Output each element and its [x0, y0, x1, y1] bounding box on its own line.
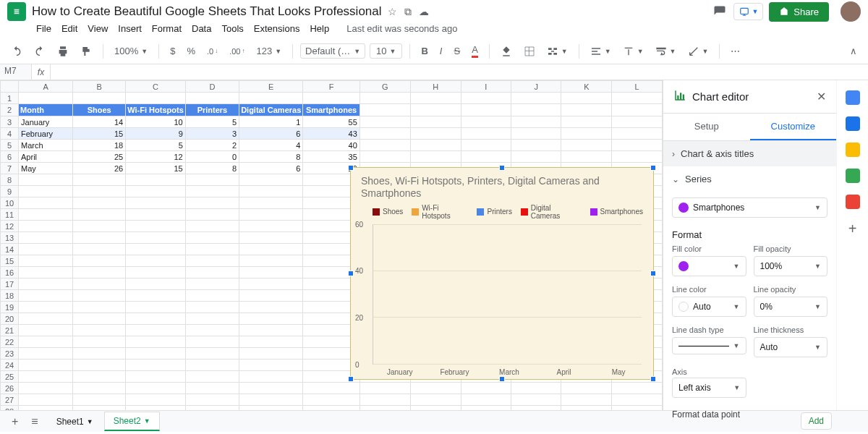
cell[interactable]: 55	[303, 116, 359, 128]
undo-icon[interactable]	[7, 43, 26, 59]
currency-button[interactable]: $	[166, 43, 179, 59]
cell[interactable]	[239, 278, 303, 290]
toolbar-collapse-icon[interactable]: ∧	[846, 43, 861, 59]
fill-color-control[interactable]: ▼	[672, 256, 746, 276]
row-header[interactable]: 9	[1, 186, 19, 197]
col-header[interactable]: A	[19, 81, 73, 93]
rotate-icon[interactable]: ▼	[684, 43, 712, 59]
cell[interactable]	[511, 128, 561, 140]
cell[interactable]	[19, 221, 73, 232]
cell[interactable]	[461, 406, 511, 411]
menu-edit[interactable]: Edit	[61, 23, 77, 34]
paint-format-icon[interactable]	[77, 43, 95, 59]
cell[interactable]: 35	[303, 151, 359, 163]
menu-view[interactable]: View	[88, 23, 108, 34]
cell[interactable]: 6	[239, 163, 303, 174]
cell[interactable]	[185, 174, 239, 186]
cell[interactable]	[239, 174, 303, 186]
add-sheet-button[interactable]: +	[7, 412, 22, 431]
cell[interactable]: March	[19, 140, 73, 151]
axis-control[interactable]: Left axis▼	[672, 378, 746, 398]
wrap-icon[interactable]: ▼	[652, 43, 680, 59]
fontsize-dropdown[interactable]: 10▼	[370, 43, 402, 59]
row-header[interactable]: 20	[1, 313, 19, 325]
cell-reference[interactable]: M7	[0, 64, 32, 80]
menu-extensions[interactable]: Extensions	[254, 23, 300, 34]
row-header[interactable]: 6	[1, 151, 19, 163]
row-header[interactable]: 22	[1, 336, 19, 348]
percent-button[interactable]: %	[183, 43, 199, 59]
cell[interactable]	[126, 336, 186, 348]
cell[interactable]	[73, 325, 126, 336]
cell[interactable]	[126, 325, 186, 336]
cell[interactable]	[511, 93, 561, 104]
cell[interactable]	[19, 371, 73, 383]
cell[interactable]	[73, 255, 126, 267]
rail-app-1[interactable]	[846, 116, 860, 131]
cell[interactable]	[239, 186, 303, 197]
italic-button[interactable]: I	[436, 43, 446, 59]
move-icon[interactable]: ⧉	[404, 6, 412, 18]
cell[interactable]	[511, 394, 561, 406]
line-thickness-control[interactable]: Auto▼	[754, 337, 828, 357]
cell[interactable]	[239, 232, 303, 244]
cell[interactable]	[73, 278, 126, 290]
cell[interactable]: 18	[73, 140, 126, 151]
cell[interactable]: April	[19, 151, 73, 163]
menu-help[interactable]: Help	[310, 23, 329, 34]
cell[interactable]: 9	[126, 128, 186, 140]
cell[interactable]	[511, 383, 561, 394]
cell[interactable]	[410, 151, 461, 163]
cell[interactable]	[561, 116, 612, 128]
cell[interactable]: 8	[185, 163, 239, 174]
cell[interactable]: 25	[73, 151, 126, 163]
cell[interactable]	[239, 290, 303, 302]
cell[interactable]	[185, 336, 239, 348]
cell[interactable]	[73, 209, 126, 221]
cell[interactable]	[73, 313, 126, 325]
row-header[interactable]: 11	[1, 209, 19, 221]
cell[interactable]	[126, 209, 186, 221]
cell[interactable]	[461, 93, 511, 104]
series-selector[interactable]: Smartphones ▼	[672, 197, 827, 218]
cell[interactable]	[612, 394, 663, 406]
cell[interactable]	[359, 406, 410, 411]
cell[interactable]	[19, 348, 73, 359]
cell[interactable]	[461, 128, 511, 140]
menu-format[interactable]: Format	[152, 23, 182, 34]
cell[interactable]	[561, 406, 612, 411]
cell[interactable]	[461, 116, 511, 128]
rail-app-5[interactable]: +	[846, 221, 860, 235]
cell[interactable]	[239, 197, 303, 209]
col-header[interactable]: H	[410, 81, 461, 93]
row-header[interactable]: 24	[1, 359, 19, 371]
font-dropdown[interactable]: Default (Ari...▼	[300, 43, 365, 59]
cell[interactable]	[185, 348, 239, 359]
cell[interactable]	[185, 359, 239, 371]
cell[interactable]: Digital Cameras	[239, 104, 303, 116]
cell[interactable]	[73, 197, 126, 209]
cell[interactable]	[19, 313, 73, 325]
formula-input[interactable]	[51, 64, 868, 80]
cell[interactable]: 12	[126, 151, 186, 163]
cell[interactable]	[19, 278, 73, 290]
cell[interactable]	[126, 197, 186, 209]
avatar[interactable]	[841, 1, 861, 22]
cell[interactable]	[239, 383, 303, 394]
row-header[interactable]: 13	[1, 232, 19, 244]
col-header[interactable]: B	[73, 81, 126, 93]
row-header[interactable]: 16	[1, 267, 19, 278]
cell[interactable]	[73, 394, 126, 406]
cell[interactable]	[185, 371, 239, 383]
cell[interactable]	[612, 116, 663, 128]
cell[interactable]	[612, 93, 663, 104]
cell[interactable]	[511, 104, 561, 116]
cell[interactable]: 0	[185, 151, 239, 163]
cell[interactable]	[561, 93, 612, 104]
cell[interactable]	[185, 267, 239, 278]
redo-icon[interactable]	[30, 43, 49, 59]
cell[interactable]: Month	[19, 104, 73, 116]
cell[interactable]	[410, 104, 461, 116]
cell[interactable]	[303, 93, 359, 104]
cell[interactable]	[126, 174, 186, 186]
